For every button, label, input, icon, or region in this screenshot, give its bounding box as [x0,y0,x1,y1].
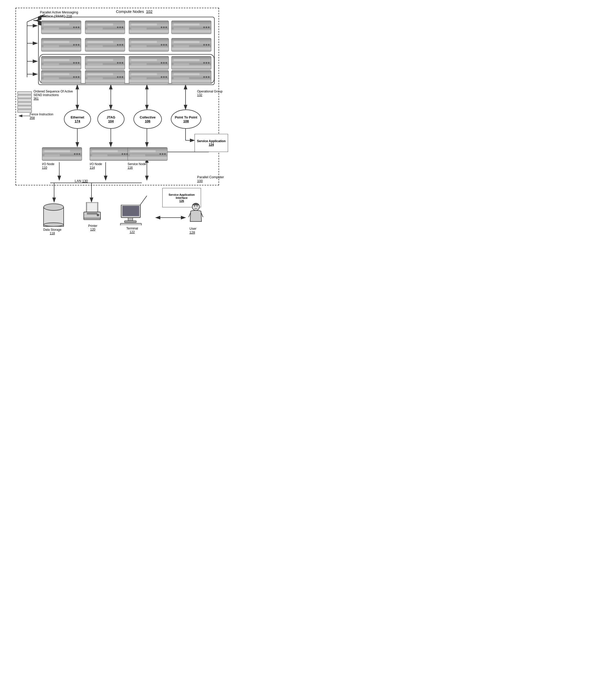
collective-cloud: Collective 106 [134,109,162,129]
printer-svg [82,202,102,222]
ordered-seq-label: Ordered Sequence Of Active SEND Instruct… [33,90,79,100]
svg-rect-33 [87,213,97,214]
io-node-114-server [90,147,129,161]
terminal-svg [120,205,146,225]
svg-point-34 [97,214,99,216]
server-3-3 [129,56,169,70]
io-node-110-server [42,147,82,161]
service-node-116-server [127,147,168,161]
data-storage-label: Data Storage 118 [38,228,67,235]
fence-arrow [18,113,30,119]
op-group-label: Operational Group 132 [197,90,223,97]
server-3-2 [85,56,125,70]
svg-rect-38 [128,218,133,221]
terminal-label: Terminal 122 [121,227,144,234]
server-2-4 [171,38,211,51]
user-label: User 128 [189,227,196,234]
io-node-110-label: I/O Node 110 [42,162,54,170]
point-to-point-cloud: Point To Point 108 [171,109,201,129]
service-application-box: Service Application 124 [195,134,228,152]
server-4-1 [41,70,81,84]
user-svg [188,202,203,225]
service-node-116-label: Service Node 116 [127,162,146,170]
server-1-2 [85,21,125,34]
printer-label: Printer 120 [82,224,103,231]
server-2-1 [41,38,81,51]
server-1-1 [41,21,81,34]
compute-nodes-label: Compute Nodes 102 [116,9,152,14]
server-4-3 [129,70,169,84]
ethernet-cloud: Ethernet 174 [64,109,91,129]
svg-rect-35 [84,218,100,220]
server-1-4 [171,21,211,34]
svg-rect-40 [120,223,142,225]
server-2-2 [85,38,125,51]
parallel-computer-label: Parallel Computer 100 [197,175,224,183]
svg-rect-37 [122,206,139,216]
jtag-cloud: JTAG 104 [97,109,124,129]
data-storage-cylinder [43,203,64,227]
diagram-container: Parallel Active Messaging Interface ('PA… [0,0,232,270]
server-1-3 [129,21,169,34]
lan-label: LAN 130 [75,179,88,183]
server-2-3 [129,38,169,51]
svg-point-43 [197,205,198,206]
server-4-2 [85,70,125,84]
svg-point-42 [194,205,195,206]
server-3-1 [41,56,81,70]
io-node-114-label: I/O Node 114 [90,162,102,170]
server-4-4 [171,70,211,84]
server-3-4 [171,56,211,70]
svg-rect-39 [124,221,136,223]
fence-instr-label: Fence Instruction 358 [30,112,53,120]
stack-icon [18,92,32,112]
